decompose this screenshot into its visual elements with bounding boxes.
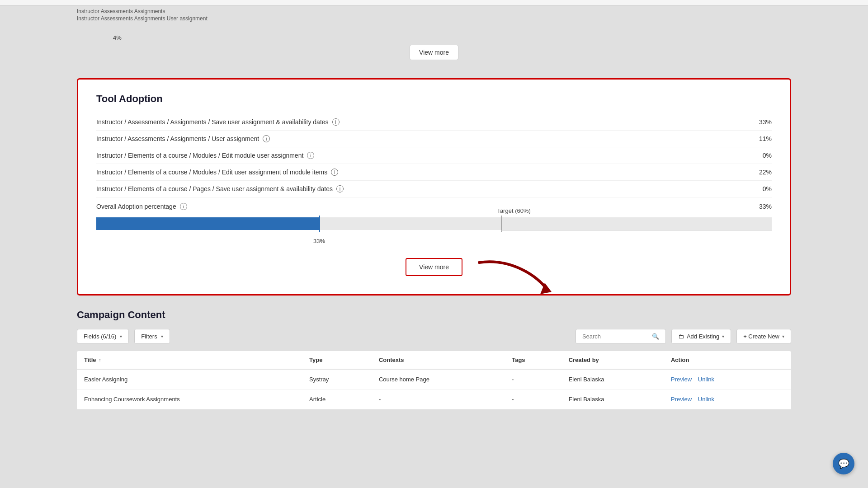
tool-adoption-title: Tool Adoption (96, 93, 772, 105)
overall-label-text: Overall Adoption percentage (96, 203, 176, 210)
create-new-chevron-icon: ▾ (782, 334, 784, 339)
filters-chevron-icon: ▾ (161, 334, 163, 339)
view-more-container: View more (96, 258, 772, 276)
adoption-pct-1: 11% (759, 135, 772, 142)
table-row: Easier Assigning Systray Course home Pag… (77, 369, 791, 389)
row1-preview-link[interactable]: Preview (671, 396, 692, 403)
bar-track (96, 217, 772, 230)
fields-dropdown[interactable]: Fields (6/16) ▾ (77, 329, 129, 344)
adoption-row-1: Instructor / Assessments / Assignments /… (96, 131, 772, 147)
row0-title: Easier Assigning (77, 369, 302, 389)
row1-action: Preview Unlink (664, 389, 791, 409)
adoption-label-4: Instructor / Elements of a course / Page… (96, 185, 333, 192)
fields-chevron-icon: ▾ (120, 334, 122, 339)
row1-tags: - (505, 389, 561, 409)
breadcrumb-line2: Instructor Assessments Assignments User … (77, 15, 791, 22)
info-icon-4[interactable]: i (336, 185, 344, 192)
search-input[interactable] (582, 333, 648, 340)
chat-icon: 💬 (838, 458, 849, 469)
target-line-full (501, 230, 772, 230)
content-table: Title ↑ Type Contexts Tags Created by Ac… (77, 351, 791, 409)
col-tags: Tags (505, 351, 561, 369)
breadcrumb-line1: Instructor Assessments Assignments (77, 8, 791, 14)
view-more-button[interactable]: View more (406, 258, 462, 276)
adoption-bar-chart: Target (60%) 33% (96, 217, 772, 244)
row0-tags: - (505, 369, 561, 389)
create-new-button[interactable]: + Create New ▾ (736, 329, 791, 344)
campaign-toolbar: Fields (6/16) ▾ Filters ▾ 🔍 🗀 Add Existi… (77, 329, 791, 344)
filters-dropdown[interactable]: Filters ▾ (134, 329, 170, 344)
adoption-row-0: Instructor / Assessments / Assignments /… (96, 114, 772, 131)
info-icon-0[interactable]: i (332, 118, 340, 126)
row1-unlink-link[interactable]: Unlink (698, 396, 714, 403)
adoption-label-0: Instructor / Assessments / Assignments /… (96, 118, 329, 126)
add-existing-chevron-icon: ▾ (722, 334, 724, 339)
overall-row: Overall Adoption percentage i 33% (96, 197, 772, 213)
col-action: Action (664, 351, 791, 369)
bar-fill (96, 217, 319, 230)
adoption-row-2: Instructor / Elements of a course / Modu… (96, 147, 772, 164)
adoption-label-3: Instructor / Elements of a course / Modu… (96, 169, 327, 176)
row1-contexts: - (372, 389, 505, 409)
col-created-by: Created by (561, 351, 664, 369)
col-type: Type (302, 351, 372, 369)
info-icon-2[interactable]: i (307, 152, 314, 159)
add-existing-button[interactable]: 🗀 Add Existing ▾ (671, 329, 731, 344)
search-icon: 🔍 (652, 333, 659, 340)
view-more-top-button[interactable]: View more (410, 45, 458, 60)
row0-action: Preview Unlink (664, 369, 791, 389)
create-new-label: + Create New (743, 333, 779, 340)
info-icon-1[interactable]: i (263, 135, 270, 142)
target-line (501, 216, 502, 232)
adoption-label-2: Instructor / Elements of a course / Modu… (96, 152, 303, 159)
row1-created-by: Eleni Balaska (561, 389, 664, 409)
filters-label: Filters (141, 333, 157, 340)
row0-created-by: Eleni Balaska (561, 369, 664, 389)
row1-title: Enhancing Coursework Assignments (77, 389, 302, 409)
adoption-row-4: Instructor / Elements of a course / Page… (96, 181, 772, 197)
adoption-label-1: Instructor / Assessments / Assignments /… (96, 135, 259, 142)
adoption-row-3: Instructor / Elements of a course / Modu… (96, 164, 772, 181)
info-icon-3[interactable]: i (331, 169, 338, 176)
top-percent-text: 4% (113, 34, 122, 41)
target-label: Target (60%) (497, 207, 530, 214)
adoption-pct-0: 33% (759, 118, 772, 126)
sort-icon[interactable]: ↑ (99, 357, 101, 362)
folder-icon: 🗀 (678, 333, 684, 340)
row0-preview-link[interactable]: Preview (671, 376, 692, 383)
adoption-pct-2: 0% (763, 152, 772, 159)
col-contexts: Contexts (372, 351, 505, 369)
col-title: Title ↑ (77, 351, 302, 369)
fields-label: Fields (6/16) (84, 333, 116, 340)
row0-contexts: Course home Page (372, 369, 505, 389)
search-box[interactable]: 🔍 (576, 329, 666, 344)
campaign-section: Campaign Content Fields (6/16) ▾ Filters… (0, 296, 868, 409)
arrow-annotation (475, 253, 556, 300)
tool-adoption-panel: Tool Adoption Instructor / Assessments /… (77, 78, 791, 296)
adoption-pct-3: 22% (759, 169, 772, 176)
overall-pct: 33% (759, 203, 772, 210)
add-existing-label: Add Existing (687, 333, 719, 340)
table-row: Enhancing Coursework Assignments Article… (77, 389, 791, 409)
row0-unlink-link[interactable]: Unlink (698, 376, 714, 383)
chat-bubble[interactable]: 💬 (833, 453, 854, 474)
bar-pct-label: 33% (313, 238, 325, 244)
campaign-title: Campaign Content (77, 309, 791, 321)
overall-info-icon[interactable]: i (180, 203, 187, 210)
row0-type: Systray (302, 369, 372, 389)
row1-type: Article (302, 389, 372, 409)
adoption-pct-4: 0% (763, 185, 772, 192)
bar-marker (319, 216, 320, 232)
